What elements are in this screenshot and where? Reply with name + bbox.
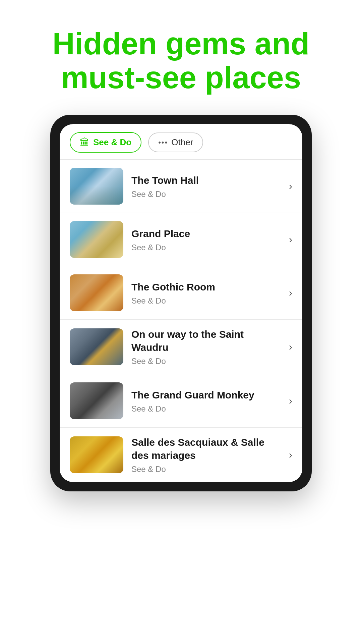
item-info: On our way to the Saint Waudru See & Do xyxy=(131,328,281,366)
page-header: Hidden gems and must-see places xyxy=(0,0,362,115)
item-title: The Town Hall xyxy=(131,174,281,187)
item-subtitle: See & Do xyxy=(131,404,281,414)
item-title: Salle des Sacquiaux & Salle des mariages xyxy=(131,436,281,462)
list-item[interactable]: On our way to the Saint Waudru See & Do … xyxy=(60,320,302,374)
item-thumbnail xyxy=(70,436,123,473)
chevron-right-icon: › xyxy=(289,341,292,353)
item-thumbnail xyxy=(70,328,123,365)
tab-other-label: Other xyxy=(171,137,193,148)
phone-screen: 🏛 See & Do ••• Other The Town Hall See &… xyxy=(60,124,302,482)
tab-see-do-label: See & Do xyxy=(93,137,131,148)
item-thumbnail xyxy=(70,382,123,419)
places-list: The Town Hall See & Do › Grand Place See… xyxy=(60,160,302,482)
tab-see-do[interactable]: 🏛 See & Do xyxy=(70,132,141,153)
item-thumbnail xyxy=(70,274,123,311)
other-dots-icon: ••• xyxy=(158,138,168,147)
item-thumbnail xyxy=(70,221,123,258)
item-subtitle: See & Do xyxy=(131,190,281,199)
item-info: The Gothic Room See & Do xyxy=(131,280,281,306)
chevron-right-icon: › xyxy=(289,449,292,461)
see-do-icon: 🏛 xyxy=(80,137,89,148)
item-info: Grand Place See & Do xyxy=(131,227,281,252)
tab-bar: 🏛 See & Do ••• Other xyxy=(60,124,302,160)
item-info: The Town Hall See & Do xyxy=(131,174,281,199)
list-item[interactable]: Salle des Sacquiaux & Salle des mariages… xyxy=(60,428,302,482)
item-thumbnail xyxy=(70,168,123,205)
item-info: The Grand Guard Monkey See & Do xyxy=(131,388,281,414)
tab-other[interactable]: ••• Other xyxy=(148,132,203,152)
list-item[interactable]: The Gothic Room See & Do › xyxy=(60,266,302,320)
item-title: The Grand Guard Monkey xyxy=(131,388,281,401)
page-title: Hidden gems and must-see places xyxy=(20,27,342,95)
list-item[interactable]: Grand Place See & Do › xyxy=(60,213,302,266)
item-subtitle: See & Do xyxy=(131,243,281,252)
phone-mockup: 🏛 See & Do ••• Other The Town Hall See &… xyxy=(50,115,312,491)
chevron-right-icon: › xyxy=(289,180,292,192)
list-item[interactable]: The Grand Guard Monkey See & Do › xyxy=(60,374,302,428)
chevron-right-icon: › xyxy=(289,234,292,245)
list-item[interactable]: The Town Hall See & Do › xyxy=(60,160,302,213)
item-subtitle: See & Do xyxy=(131,296,281,306)
item-subtitle: See & Do xyxy=(131,357,281,366)
chevron-right-icon: › xyxy=(289,287,292,299)
item-title: The Gothic Room xyxy=(131,280,281,293)
item-title: On our way to the Saint Waudru xyxy=(131,328,281,354)
item-info: Salle des Sacquiaux & Salle des mariages… xyxy=(131,436,281,474)
item-title: Grand Place xyxy=(131,227,281,240)
chevron-right-icon: › xyxy=(289,395,292,407)
item-subtitle: See & Do xyxy=(131,465,281,474)
